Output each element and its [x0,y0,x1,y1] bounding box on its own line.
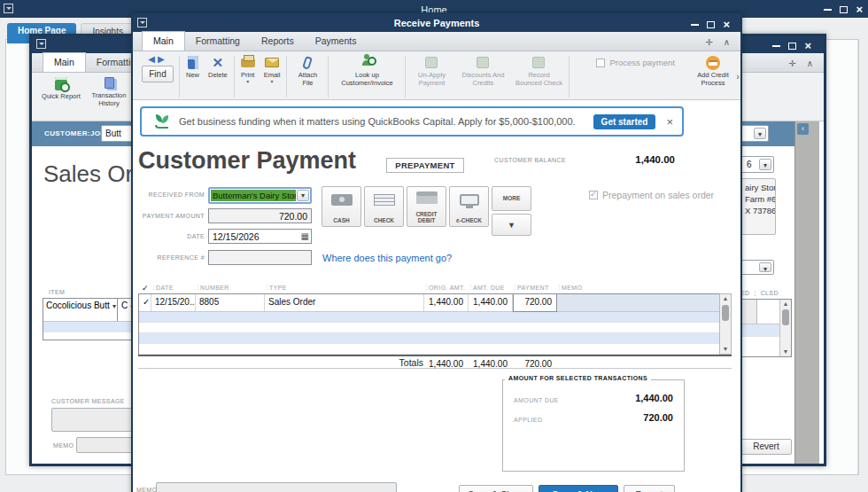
bounced-check-icon [532,57,545,68]
tab-main[interactable]: Main [43,52,86,72]
maximize-icon[interactable] [840,6,848,13]
chevron-down-icon[interactable]: ▾ [759,262,771,272]
minimize-icon[interactable] [824,9,832,11]
table-row-empty[interactable] [139,323,731,333]
payment-amount-field[interactable]: 720.00 [208,208,312,223]
home-window-controls: × [824,5,863,13]
check-column-header[interactable]: ✓ [138,284,151,293]
prepayment-badge: PREPAYMENT [386,158,464,173]
date-field[interactable]: 12/15/2026 ▦ [208,229,312,244]
new-button[interactable]: New [182,54,204,80]
collapse-ribbon-icon[interactable]: ∧ [807,59,813,68]
expand-ribbon-icon[interactable]: ✛ [705,37,712,47]
chevron-down-icon[interactable]: ▾ [759,159,771,170]
maximize-icon[interactable] [788,43,796,50]
get-started-button[interactable]: Get started [593,114,656,129]
scroll-thumb[interactable] [722,305,729,321]
type-column-header[interactable]: TYPE [264,285,423,291]
memo-column-header[interactable]: MEMO [556,285,732,291]
amt-due-column-header[interactable]: AMT. DUE [468,285,512,291]
table-row-empty[interactable] [139,344,731,355]
number-column-header[interactable]: NUMBER [195,285,264,291]
save-new-button[interactable]: Save & New [539,485,618,492]
right-table-scrollbar[interactable]: ▲ ▼ [779,300,791,356]
totals-payment: 720.00 [512,356,556,369]
rp-window-controls: × [691,20,730,28]
date-column-header[interactable]: DATE [151,285,195,291]
orig-amt-column-header[interactable]: ORIG. AMT. [423,285,468,291]
row-check-icon[interactable]: ✓ [139,294,151,311]
rp-memo-input[interactable] [156,482,397,492]
banner-close-icon[interactable]: × [666,115,673,129]
chevron-down-icon[interactable]: ▾ [246,79,249,85]
table-row[interactable]: ✓ 12/15/20... 8805 Sales Order 1,440.00 … [139,294,731,312]
collapse-ribbon-icon[interactable]: ∧ [724,37,730,47]
chevron-down-icon[interactable]: ▾ [112,302,116,310]
table-scrollbar[interactable]: ▲ ▼ [719,293,732,355]
checkbox-icon: ✓ [589,191,598,199]
scroll-down-icon[interactable]: ▼ [720,345,731,354]
tab-payments[interactable]: Payments [305,32,368,51]
payment-cell[interactable]: 720.00 [513,293,557,312]
so-revert-button[interactable]: Revert [740,439,792,455]
find-button[interactable]: Find [142,66,174,82]
checkbox-icon[interactable] [596,59,605,67]
transaction-history-button[interactable]: Transaction History [89,77,129,121]
right-table-headers: ED ⋮ CLSD [740,290,779,297]
email-button[interactable]: Email ▾ [260,54,285,86]
maximize-icon[interactable] [707,21,715,28]
add-credit-processing-button[interactable]: Add Credit Process [689,54,737,88]
received-from-dropdown[interactable]: Butterman's Dairy Store ▾ [208,187,312,204]
save-close-button[interactable]: Save & Close [459,485,533,492]
echeck-icon [460,194,479,206]
close-icon[interactable]: × [856,5,863,13]
minimize-icon[interactable] [772,45,780,47]
so-memo-label: MEMO [53,442,74,449]
lookup-customer-icon [362,60,371,66]
customer-message-label: CUSTOMER MESSAGE [51,398,125,404]
expand-ribbon-icon[interactable]: ✛ [788,59,795,68]
print-button[interactable]: Print ▾ [236,54,260,86]
where-does-payment-go-link[interactable]: Where does this payment go? [322,253,452,263]
quick-report-button[interactable]: Quick Report [41,77,81,121]
cash-button[interactable]: CASH [322,186,361,227]
toolbar-overflow-icon[interactable]: › [736,71,740,82]
calendar-icon[interactable]: ▦ [301,231,309,241]
chevron-down-icon[interactable]: ▾ [754,128,766,139]
sales-order-window-menu-icon[interactable] [36,39,46,49]
table-row-empty[interactable] [139,312,731,323]
credit-debit-button[interactable]: CREDIT DEBIT [407,186,446,227]
reference-field[interactable] [208,250,312,265]
collapse-panel-icon[interactable]: ‹ [797,123,809,135]
process-payment-checkbox[interactable]: Process payment [596,58,674,67]
attach-file-button[interactable]: Attach File [289,54,326,88]
chevron-down-icon[interactable]: ▾ [297,190,309,201]
close-icon[interactable]: × [723,20,730,28]
more-methods-button[interactable]: MORE [492,186,531,211]
delete-button[interactable]: ✕ Delete [204,54,232,80]
echeck-button[interactable]: e-CHECK [449,186,489,227]
scroll-down-icon[interactable]: ▼ [780,348,791,356]
scroll-up-icon[interactable]: ▲ [780,300,791,308]
rp-window-title: Receive Payments [133,18,740,28]
chevron-down-icon[interactable]: ▾ [271,79,274,85]
received-from-value: Butterman's Dairy Store [211,190,296,201]
minimize-icon[interactable] [691,24,699,26]
scroll-thumb[interactable] [782,309,789,325]
forward-icon[interactable]: ▶ [158,54,167,64]
address-line: airy Store [745,183,776,194]
lookup-customer-invoice-button[interactable]: Look up Customer/Invoice [330,54,403,88]
tab-formatting[interactable]: Formatting [185,32,251,51]
table-row-empty[interactable] [139,333,731,344]
tab-main[interactable]: Main [142,31,185,51]
tab-reports[interactable]: Reports [251,32,305,51]
un-apply-icon [425,57,438,68]
close-icon[interactable]: × [804,42,811,50]
revert-button[interactable]: Revert [624,485,675,492]
more-methods-arrow-button[interactable]: ▼ [492,214,531,236]
payment-column-header[interactable]: PAYMENT [512,285,556,291]
back-icon[interactable]: ◀ [148,54,158,64]
sales-order-window-controls: × [772,42,811,50]
scroll-up-icon[interactable]: ▲ [720,294,731,303]
check-button[interactable]: CHECK [364,186,404,227]
